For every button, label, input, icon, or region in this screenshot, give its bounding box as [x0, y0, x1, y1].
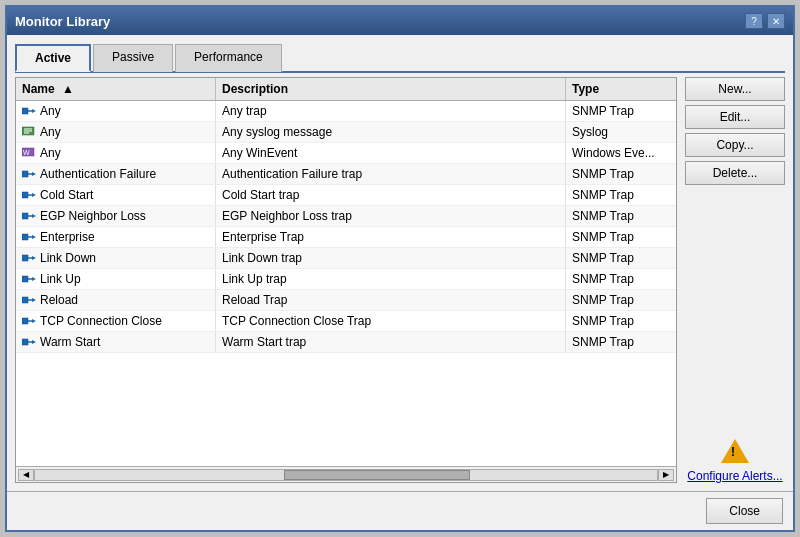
- svg-rect-0: [22, 108, 28, 114]
- svg-marker-26: [32, 277, 36, 281]
- svg-rect-33: [22, 339, 28, 345]
- cell-type: SNMP Trap: [566, 269, 676, 289]
- cell-name: Cold Start: [16, 185, 216, 205]
- scroll-left-button[interactable]: ◀: [18, 469, 34, 481]
- snmp-icon: [22, 337, 36, 347]
- snmp-icon: [22, 316, 36, 326]
- title-bar-controls: ? ✕: [745, 13, 785, 29]
- table-body: AnyAny trapSNMP Trap AnyAny syslog messa…: [16, 101, 676, 466]
- cell-description: Link Up trap: [216, 269, 566, 289]
- content-area: Name ▲ Description Type AnyAny trapSN: [15, 77, 785, 483]
- svg-rect-9: [22, 171, 28, 177]
- snmp-icon: [22, 232, 36, 242]
- close-button[interactable]: Close: [706, 498, 783, 524]
- snmp-icon: [22, 211, 36, 221]
- help-button[interactable]: ?: [745, 13, 763, 29]
- table-row[interactable]: Warm StartWarm Start trapSNMP Trap: [16, 332, 676, 353]
- cell-type: SNMP Trap: [566, 206, 676, 226]
- table-header: Name ▲ Description Type: [16, 78, 676, 101]
- copy-button[interactable]: Copy...: [685, 133, 785, 157]
- cell-description: Any WinEvent: [216, 143, 566, 163]
- table-row[interactable]: AnyAny syslog messageSyslog: [16, 122, 676, 143]
- monitor-library-dialog: Monitor Library ? ✕ Active Passive Perfo…: [5, 5, 795, 532]
- col-description[interactable]: Description: [216, 78, 566, 100]
- configure-alerts-link[interactable]: Configure Alerts...: [687, 469, 782, 483]
- svg-marker-14: [32, 193, 36, 197]
- table-row[interactable]: Link UpLink Up trapSNMP Trap: [16, 269, 676, 290]
- dialog-title: Monitor Library: [15, 14, 110, 29]
- cell-name: Link Down: [16, 248, 216, 268]
- cell-description: Authentication Failure trap: [216, 164, 566, 184]
- cell-description: Reload Trap: [216, 290, 566, 310]
- tab-bar: Active Passive Performance: [15, 43, 785, 73]
- edit-button[interactable]: Edit...: [685, 105, 785, 129]
- cell-type: SNMP Trap: [566, 185, 676, 205]
- tab-passive[interactable]: Passive: [93, 44, 173, 72]
- cell-name: W Any: [16, 143, 216, 163]
- winevent-icon: W: [22, 146, 36, 160]
- configure-area: Configure Alerts...: [685, 417, 785, 483]
- svg-rect-24: [22, 276, 28, 282]
- svg-marker-2: [32, 109, 36, 113]
- cell-name: Warm Start: [16, 332, 216, 352]
- snmp-icon: [22, 190, 36, 200]
- cell-description: TCP Connection Close Trap: [216, 311, 566, 331]
- svg-marker-23: [32, 256, 36, 260]
- cell-type: SNMP Trap: [566, 311, 676, 331]
- cell-description: Any syslog message: [216, 122, 566, 142]
- cell-type: SNMP Trap: [566, 227, 676, 247]
- snmp-icon: [22, 295, 36, 305]
- svg-marker-20: [32, 235, 36, 239]
- tab-performance[interactable]: Performance: [175, 44, 282, 72]
- table-row[interactable]: ReloadReload TrapSNMP Trap: [16, 290, 676, 311]
- monitor-table: Name ▲ Description Type AnyAny trapSN: [15, 77, 677, 483]
- cell-description: Warm Start trap: [216, 332, 566, 352]
- svg-marker-35: [32, 340, 36, 344]
- cell-type: SNMP Trap: [566, 164, 676, 184]
- col-type[interactable]: Type: [566, 78, 676, 100]
- cell-name: EGP Neighbor Loss: [16, 206, 216, 226]
- scroll-right-button[interactable]: ▶: [658, 469, 674, 481]
- delete-button[interactable]: Delete...: [685, 161, 785, 185]
- table-row[interactable]: EGP Neighbor LossEGP Neighbor Loss trapS…: [16, 206, 676, 227]
- cell-name: Authentication Failure: [16, 164, 216, 184]
- warning-icon: [721, 437, 749, 465]
- snmp-icon: [22, 106, 36, 116]
- svg-text:W: W: [23, 149, 30, 156]
- svg-rect-15: [22, 213, 28, 219]
- table-row[interactable]: Cold StartCold Start trapSNMP Trap: [16, 185, 676, 206]
- cell-name: Any: [16, 101, 216, 121]
- close-title-button[interactable]: ✕: [767, 13, 785, 29]
- new-button[interactable]: New...: [685, 77, 785, 101]
- table-row[interactable]: EnterpriseEnterprise TrapSNMP Trap: [16, 227, 676, 248]
- svg-rect-27: [22, 297, 28, 303]
- cell-type: SNMP Trap: [566, 248, 676, 268]
- table-row[interactable]: W AnyAny WinEventWindows Eve...: [16, 143, 676, 164]
- table-row[interactable]: AnyAny trapSNMP Trap: [16, 101, 676, 122]
- table-row[interactable]: Authentication FailureAuthentication Fai…: [16, 164, 676, 185]
- svg-rect-18: [22, 234, 28, 240]
- cell-description: Link Down trap: [216, 248, 566, 268]
- table-row[interactable]: TCP Connection CloseTCP Connection Close…: [16, 311, 676, 332]
- warning-triangle: [721, 439, 749, 463]
- cell-description: Cold Start trap: [216, 185, 566, 205]
- scrollbar-thumb[interactable]: [284, 470, 471, 480]
- table-row[interactable]: Link DownLink Down trapSNMP Trap: [16, 248, 676, 269]
- snmp-icon: [22, 274, 36, 284]
- cell-name: Reload: [16, 290, 216, 310]
- scrollbar-track[interactable]: [34, 469, 658, 481]
- tab-active[interactable]: Active: [15, 44, 91, 72]
- snmp-icon: [22, 253, 36, 263]
- svg-rect-30: [22, 318, 28, 324]
- dialog-footer: Close: [7, 491, 793, 530]
- col-name[interactable]: Name ▲: [16, 78, 216, 100]
- svg-marker-32: [32, 319, 36, 323]
- svg-rect-12: [22, 192, 28, 198]
- cell-name: Any: [16, 122, 216, 142]
- snmp-icon: [22, 169, 36, 179]
- action-buttons-panel: New... Edit... Copy... Delete... Configu…: [685, 77, 785, 483]
- cell-name: Enterprise: [16, 227, 216, 247]
- cell-description: Any trap: [216, 101, 566, 121]
- cell-type: SNMP Trap: [566, 101, 676, 121]
- dialog-body: Active Passive Performance Name ▲ Descri…: [7, 35, 793, 491]
